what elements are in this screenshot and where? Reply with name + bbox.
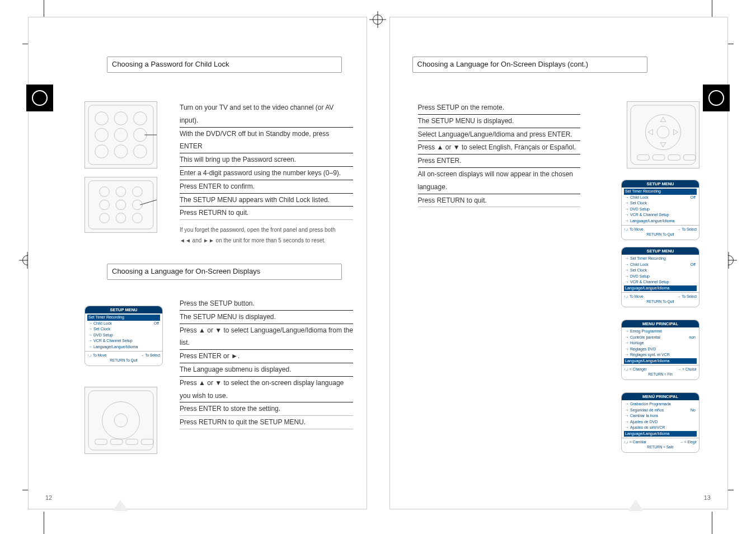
svg-point-5 [114,128,128,142]
svg-point-19 [100,213,110,223]
osd-setup-menu: SETUP MENUSet Timer Recording→Child Lock… [84,306,163,366]
svg-rect-24 [88,391,153,450]
svg-point-25 [102,402,140,439]
osd-english-2: SETUP MENU→Set Timer Recording→Child Loc… [621,247,699,307]
section-title-language: Choosing a Language for On-Screen Displa… [107,264,342,280]
footer-triangle [112,500,128,511]
svg-marker-34 [660,118,666,122]
step-line: Press SETUP on the remote. [418,101,580,115]
note-text: If you forget the password, open the fro… [180,224,348,246]
language-steps-cont: Press SETUP on the remote. The SETUP MEN… [418,101,580,207]
svg-point-32 [646,115,681,150]
step-line: Press ▲ or ▼ to select the on-screen dis… [180,377,353,403]
footer-triangle [628,500,644,511]
osd-english-1: SETUP MENUSet Timer Recording→Child Lock… [621,180,699,240]
step-line: Press RETURN to quit. [180,207,353,220]
crop-mark [712,512,712,534]
step-line: Press ENTER or ►. [180,350,353,363]
osd-spanish: MENÚ PRINCIPAL→Grabación Programada→Segu… [621,392,699,453]
svg-point-4 [95,128,109,142]
step-line: Press ▲ or ▼ to select Language/Langue/I… [180,324,353,350]
step-line: The Language submenu is displayed. [180,363,353,377]
svg-point-3 [134,112,147,125]
svg-marker-37 [674,129,678,135]
svg-rect-40 [668,154,680,160]
step-line: The SETUP MENU is displayed. [418,115,580,128]
step-line: Press the SETUP button. [180,297,353,311]
svg-point-17 [116,200,126,210]
section-title-language-cont: Choosing a Language for On-Screen Displa… [412,57,647,73]
remote-illustration-cursor [627,101,699,168]
svg-point-14 [116,187,126,197]
svg-point-1 [95,112,109,125]
svg-rect-0 [88,105,153,165]
binding-hole-icon [703,85,730,111]
svg-rect-27 [95,439,107,444]
child-lock-steps: Turn on your TV and set to the video cha… [180,101,353,246]
step-line: The SETUP MENU appears with Child Lock l… [180,194,353,207]
page-spread: Choosing a Password for Child Lock [28,17,728,509]
page-left: Choosing a Password for Child Lock [28,17,367,509]
step-line: Press RETURN to quit. [418,194,580,208]
svg-point-21 [133,213,143,223]
step-line: The SETUP MENU is displayed. [180,311,353,324]
step-line: Select Language/Langue/Idioma and press … [418,128,580,142]
step-line: All on-screen displays will now appear i… [418,168,580,194]
svg-point-8 [114,145,128,158]
svg-point-13 [100,187,110,197]
svg-rect-28 [110,439,123,444]
svg-point-2 [114,112,128,125]
step-line: With the DVD/VCR off but in Standby mode… [180,128,353,154]
svg-point-9 [134,145,147,158]
svg-rect-41 [683,154,696,160]
step-line: This will bring up the Password screen. [180,153,353,167]
svg-marker-35 [660,143,666,147]
step-line: Press ▲ or ▼ to select English, Français… [418,141,580,154]
remote-illustration-cursor [84,387,157,454]
language-steps: Press the SETUP button. The SETUP MENU i… [180,297,353,429]
step-line: Enter a 4-digit password using the numbe… [180,167,353,180]
svg-point-15 [133,187,143,197]
svg-marker-36 [648,129,652,135]
step-line: Press ENTER to store the setting. [180,402,353,416]
step-line: Press ENTER to confirm. [180,180,353,194]
section-title-child-lock: Choosing a Password for Child Lock [107,57,342,73]
svg-point-20 [116,213,126,223]
page-number: 13 [704,494,711,501]
svg-rect-39 [652,154,665,160]
svg-rect-29 [126,439,138,444]
page-number: 12 [45,494,52,501]
svg-rect-12 [88,181,153,229]
svg-line-22 [140,198,157,205]
svg-rect-31 [631,105,696,165]
svg-point-16 [100,200,110,210]
remote-illustration-top [84,101,157,168]
svg-rect-30 [141,439,153,444]
step-line: Press RETURN to quit the SETUP MENU. [180,416,353,429]
svg-point-7 [95,145,109,158]
page-right: Choosing a Language for On-Screen Displa… [389,17,729,509]
svg-point-26 [114,414,128,427]
osd-french: MENU PRINCIPAL→Enreg Programmé→Contrôle … [621,320,699,380]
binding-hole-icon [26,85,53,111]
crop-mark [44,512,44,534]
svg-rect-38 [637,154,650,160]
remote-illustration-keypad [84,177,157,233]
svg-point-33 [657,126,669,138]
step-line: Turn on your TV and set to the video cha… [180,101,353,128]
step-line: Press ENTER. [418,154,580,168]
